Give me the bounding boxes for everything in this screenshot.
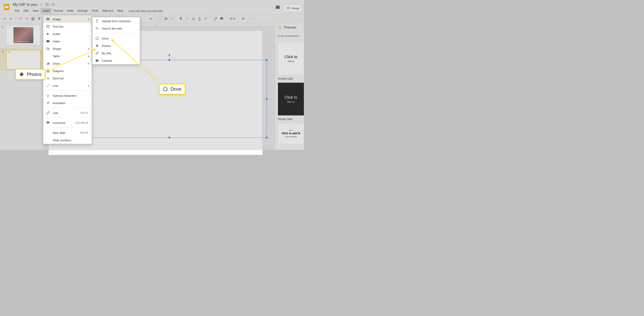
selected-text-box[interactable] — [72, 60, 267, 138]
svg-rect-13 — [46, 40, 50, 41]
insert-special-chars[interactable]: ΩSpecial characters — [43, 92, 92, 99]
slide-thumbnail-1[interactable]: 1 HOW YOU DOIN? — [2, 25, 40, 45]
insert-wordart[interactable]: AWord art — [43, 75, 92, 82]
menu-format[interactable]: Format — [52, 8, 65, 13]
text-color-button[interactable]: A — [197, 16, 202, 21]
insert-video[interactable]: Video — [43, 37, 92, 45]
insert-new-slide[interactable]: New slideCtrl+M — [43, 129, 92, 136]
new-slide-dropdown[interactable]: ▾ — [8, 16, 14, 21]
comments-icon[interactable] — [276, 5, 280, 11]
menu-tools[interactable]: Tools — [90, 8, 100, 13]
svg-point-5 — [279, 27, 279, 28]
wordart-icon: A — [46, 76, 50, 80]
svg-rect-29 — [96, 59, 98, 60]
font-dropdown-arrow[interactable]: ▾ — [148, 16, 154, 21]
omega-icon: Ω — [46, 94, 50, 98]
svg-rect-16 — [48, 48, 49, 50]
document-title[interactable]: My GIF to you — [13, 2, 38, 7]
present-button-label: Prese — [292, 7, 299, 10]
menu-slide[interactable]: Slide — [65, 8, 75, 13]
image-upload[interactable]: Upload from computer — [92, 17, 140, 25]
insert-comment[interactable]: CommentCtrl+Alt+M — [43, 119, 92, 127]
image-submenu-panel: Upload from computer Search the web Driv… — [92, 17, 140, 64]
insert-chart[interactable]: Chart▶ — [43, 60, 92, 67]
collapse-toolbar-button[interactable]: ︿ — [297, 16, 302, 21]
insert-shape[interactable]: Shape▶ — [43, 45, 92, 52]
insert-image[interactable]: Image▶ — [43, 15, 92, 23]
slides-panel: 1 HOW YOU DOIN? 2 Gifs — [0, 23, 42, 150]
undo-button[interactable]: ↶ — [18, 16, 23, 21]
menu-addons[interactable]: Add-ons — [100, 8, 115, 13]
insert-textbox[interactable]: Text box — [43, 23, 92, 30]
insert-table[interactable]: Table▶ — [43, 52, 92, 60]
move-to-folder-icon[interactable] — [45, 3, 49, 6]
slide-1-preview-image: HOW YOU DOIN? — [14, 27, 33, 43]
font-size-control[interactable]: − 18 + — [158, 16, 174, 21]
resize-handle-e[interactable] — [266, 98, 268, 100]
menu-help[interactable]: Help — [115, 8, 125, 13]
svg-point-10 — [47, 18, 48, 19]
font-size-value[interactable]: 18 — [162, 16, 169, 21]
italic-button[interactable]: I — [184, 16, 190, 21]
redo-button[interactable]: ↷ — [24, 16, 30, 21]
last-edit-link[interactable]: Last edit was seconds ago — [129, 8, 163, 13]
menu-edit[interactable]: Edit — [22, 8, 30, 13]
more-options-button[interactable]: ⋯ — [250, 16, 256, 21]
image-search-web[interactable]: Search the web — [92, 25, 140, 32]
resize-handle-se[interactable] — [266, 137, 268, 138]
image-photos[interactable]: Photos — [92, 42, 140, 49]
header-bar: My GIF to you ☆ File Edit View Insert Fo… — [0, 0, 304, 14]
menu-insert[interactable]: Insert — [40, 8, 52, 13]
menu-arrange[interactable]: Arrange — [76, 8, 90, 13]
insert-link[interactable]: LinkCtrl+K — [43, 109, 92, 117]
themes-subtitle: In this presentation — [275, 32, 304, 40]
theme-card-light[interactable]: Click to Click to — [278, 42, 304, 75]
font-size-decrease[interactable]: − — [158, 17, 162, 20]
audio-icon — [46, 32, 50, 36]
present-button[interactable]: Prese — [284, 5, 302, 12]
insert-audio[interactable]: Audio — [43, 30, 92, 37]
highlight-color-button[interactable]: 🖍 — [203, 16, 208, 21]
font-size-increase[interactable]: + — [169, 17, 174, 20]
new-slide-button[interactable]: ＋ — [2, 16, 8, 21]
image-drive[interactable]: Drive — [92, 35, 140, 42]
slide-thumbnail-2[interactable]: 2 Gifs — [0, 48, 42, 71]
insert-diagram[interactable]: Diagram — [43, 67, 92, 75]
theme-card-3[interactable]: Click to add tit Click to add subtitle — [278, 123, 304, 144]
image-camera[interactable]: Camera — [92, 57, 140, 64]
resize-handle-n[interactable] — [168, 59, 170, 61]
paint-format-button[interactable] — [36, 16, 42, 21]
callout-photos: Photos — [15, 69, 46, 80]
insert-animation[interactable]: Animation — [43, 99, 92, 107]
svg-rect-18 — [48, 63, 48, 65]
slides-logo[interactable] — [2, 3, 11, 11]
underline-button[interactable]: U — [191, 16, 196, 21]
cloud-status-icon[interactable] — [51, 2, 55, 6]
link-icon — [46, 111, 50, 115]
insert-link-button[interactable] — [213, 16, 218, 21]
svg-point-6 — [280, 26, 280, 27]
bold-button[interactable]: B — [178, 16, 184, 21]
print-button[interactable] — [30, 16, 36, 21]
themes-panel: Themes In this presentation Click to Cli… — [275, 23, 304, 150]
insert-slide-numbers[interactable]: Slide numbers — [43, 136, 92, 144]
menu-view[interactable]: View — [30, 8, 40, 13]
theme-card-dark[interactable]: Click to Click to a — [278, 83, 304, 116]
star-icon[interactable]: ☆ — [40, 2, 43, 7]
rotation-handle[interactable] — [168, 54, 170, 56]
svg-rect-21 — [46, 71, 48, 72]
image-by-url[interactable]: By URL — [92, 49, 140, 57]
animation-icon — [46, 101, 50, 105]
themes-header: Themes — [275, 23, 304, 32]
shape-icon — [46, 47, 50, 51]
resize-handle-ne[interactable] — [266, 59, 268, 61]
resize-handle-s[interactable] — [168, 137, 170, 138]
menu-file[interactable]: File — [13, 8, 22, 13]
svg-point-7 — [280, 27, 281, 28]
upload-icon — [95, 19, 99, 23]
align-button[interactable]: ▾ — [228, 16, 236, 21]
insert-line[interactable]: Line▶ — [43, 82, 92, 89]
insert-comment-button[interactable] — [219, 16, 224, 21]
line-spacing-button[interactable] — [240, 16, 246, 21]
image-icon — [46, 17, 50, 21]
